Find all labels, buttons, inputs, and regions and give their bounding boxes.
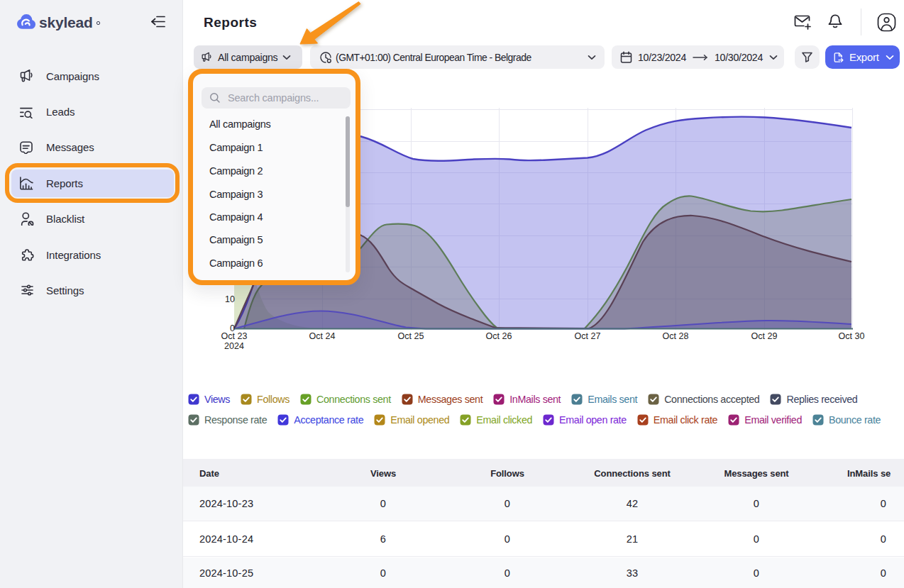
svg-text:Oct 29: Oct 29: [751, 331, 778, 341]
svg-text:Oct 27: Oct 27: [575, 331, 601, 341]
svg-text:Oct 26: Oct 26: [486, 331, 512, 341]
svg-text:Oct 24: Oct 24: [309, 331, 336, 341]
svg-text:Oct 28: Oct 28: [663, 331, 689, 341]
svg-text:Oct 25: Oct 25: [398, 331, 424, 341]
svg-text:2024: 2024: [224, 341, 244, 351]
svg-text:Oct 30: Oct 30: [839, 331, 865, 341]
svg-text:Oct 23: Oct 23: [221, 331, 248, 341]
svg-text:10: 10: [225, 294, 235, 304]
